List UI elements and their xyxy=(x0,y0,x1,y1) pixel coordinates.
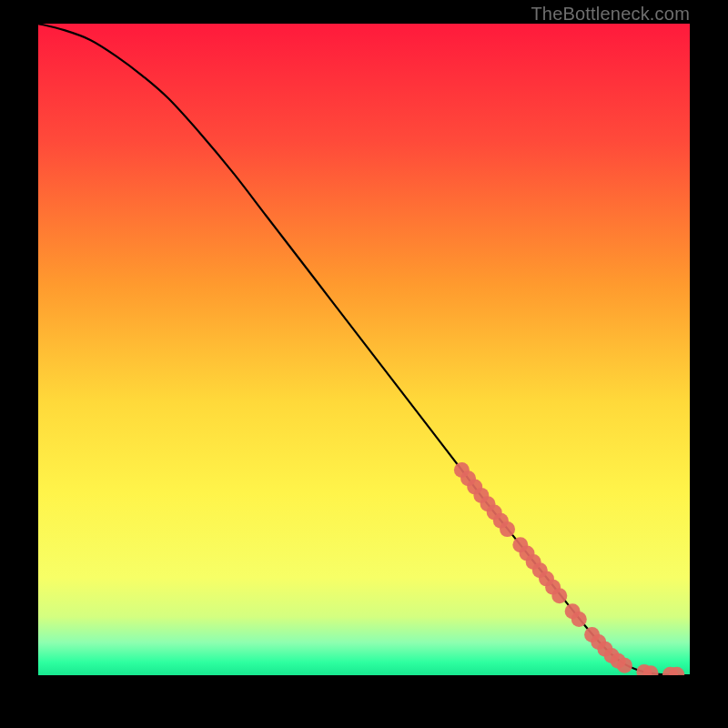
watermark-text: TheBottleneck.com xyxy=(531,4,690,25)
chart-svg xyxy=(38,24,690,675)
data-point xyxy=(500,521,515,537)
data-point xyxy=(617,658,632,673)
data-point xyxy=(571,612,587,627)
gradient-background xyxy=(38,24,690,675)
chart-frame: TheBottleneck.com xyxy=(0,0,728,728)
plot-area xyxy=(38,24,690,675)
data-point xyxy=(551,588,567,603)
